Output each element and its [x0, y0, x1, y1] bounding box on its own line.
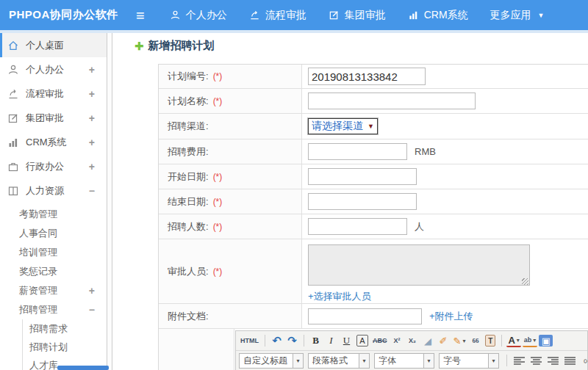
expand-plus-icon[interactable]: +	[89, 137, 95, 148]
user-icon	[7, 64, 19, 76]
sidebar-scrollbar[interactable]	[107, 33, 112, 370]
strikethrough-button[interactable]: ABC	[371, 333, 389, 349]
dropdown-arrow-icon: ▾	[462, 338, 465, 344]
underline-button[interactable]: U	[340, 333, 354, 349]
sidebar-item-group-approval[interactable]: 集团审批 +	[0, 106, 107, 130]
expand-plus-icon[interactable]: +	[89, 64, 95, 76]
sidebar-item-recruit-mgmt[interactable]: 招聘管理 −	[0, 300, 107, 319]
align-justify-button[interactable]	[562, 353, 578, 369]
select-label: 段落格式	[309, 355, 359, 367]
sidebar-item-recruit-plan[interactable]: 招聘计划	[23, 338, 107, 356]
eraser-button[interactable]: ◢	[421, 333, 435, 349]
required-mark: (*)	[213, 71, 223, 81]
collapse-minus-icon[interactable]: −	[89, 304, 95, 316]
sidebar-item-hr-contract[interactable]: 人事合同	[0, 224, 107, 243]
highlight-button[interactable]: ab▾	[523, 335, 538, 347]
more-format-button[interactable]: ▣	[539, 335, 553, 347]
hamburger-icon[interactable]: ≡	[136, 8, 145, 23]
align-left-button[interactable]	[512, 353, 527, 369]
sidebar-item-personal-office[interactable]: 个人办公 +	[0, 57, 107, 81]
align-center-button[interactable]	[528, 353, 544, 369]
form-row-channel: 招聘渠道: 请选择渠道 ▼	[159, 114, 588, 139]
blockquote-button[interactable]: 66	[468, 333, 482, 349]
plan-number-input[interactable]	[308, 68, 426, 85]
subscript-button[interactable]: X₂	[406, 333, 420, 349]
sidebar-item-crm[interactable]: CRM系统 +	[0, 130, 107, 154]
app-brand: PHPOA协同办公软件	[0, 8, 136, 22]
toolbar-separator	[506, 355, 507, 366]
paragraph-format-select[interactable]: 段落格式▾	[308, 353, 370, 369]
expand-plus-icon[interactable]: +	[89, 112, 95, 124]
dropdown-arrow-icon: ▾	[423, 354, 434, 368]
font-family-select[interactable]: 字体▾	[374, 353, 434, 369]
dropdown-arrow-icon: ▾	[533, 337, 536, 344]
bold-button[interactable]: B	[309, 333, 323, 349]
field-label: 招聘人数:(*)	[159, 214, 302, 239]
sidebar-item-admin-office[interactable]: 行政办公 +	[0, 154, 107, 178]
resize-handle-icon[interactable]	[522, 278, 528, 285]
expand-plus-icon[interactable]: +	[89, 161, 95, 173]
font-color-button[interactable]: A▾	[506, 335, 520, 347]
undo-button[interactable]: ↶	[270, 333, 284, 349]
collapse-minus-icon[interactable]: −	[89, 185, 95, 197]
sidebar: 个人桌面 个人办公 + 流程审批 + 集团审批 + CRM系统 + 行政办公 +	[0, 33, 107, 370]
menu-more-apps[interactable]: 更多应用 ▼	[490, 9, 545, 22]
sidebar-item-workflow-approval[interactable]: 流程审批 +	[0, 81, 107, 106]
menu-crm-system[interactable]: CRM系统	[408, 9, 468, 22]
select-label: 自定义标题	[240, 355, 293, 367]
custom-title-select[interactable]: 自定义标题▾	[239, 353, 304, 369]
color-palette-button[interactable]: ✎▾	[452, 333, 467, 349]
expand-plus-icon[interactable]: +	[89, 285, 95, 297]
field-label: 审批人员:(*)	[159, 239, 302, 303]
attachment-input[interactable]	[308, 308, 422, 324]
required-mark: (*)	[213, 96, 223, 106]
html-source-button[interactable]: HTML	[239, 333, 260, 349]
choose-approver-link[interactable]: +选择审批人员	[308, 290, 371, 303]
field-label: 附件文档:	[159, 304, 302, 328]
font-size-select[interactable]: 字号▾	[439, 353, 499, 369]
sidebar-item-recruit-demand[interactable]: 招聘需求	[23, 319, 107, 338]
approver-textarea[interactable]	[308, 244, 530, 286]
sidebar-item-reward-punishment[interactable]: 奖惩记录	[0, 262, 107, 281]
dropdown-arrow-icon: ▾	[293, 354, 303, 368]
headcount-input[interactable]	[308, 218, 407, 235]
field-label: 招聘渠道:	[159, 114, 302, 139]
channel-select[interactable]: 请选择渠道 ▼	[308, 118, 378, 134]
form-row-editor: HTML↶↷BIUAABCX²X₂◢✐✎▾66TA▾ab▾▣ 自定义标题▾段落格…	[159, 329, 588, 370]
redo-button[interactable]: ↷	[285, 333, 299, 349]
format-brush-button[interactable]: ✐	[437, 333, 451, 349]
italic-button[interactable]: I	[324, 333, 338, 349]
expand-plus-icon[interactable]: +	[89, 88, 95, 100]
menu-workflow-approval[interactable]: 流程审批	[249, 9, 306, 22]
plan-name-input[interactable]	[308, 92, 476, 109]
toolbar-separator	[501, 335, 502, 347]
start-date-input[interactable]	[308, 168, 417, 185]
paste-button[interactable]: T	[485, 335, 495, 347]
rich-text-editor: HTML↶↷BIUAABCX²X₂◢✐✎▾66TA▾ab▾▣ 自定义标题▾段落格…	[235, 330, 588, 370]
briefcase-icon	[7, 161, 19, 173]
cost-input[interactable]	[308, 143, 407, 160]
headcount-suffix: 人	[415, 220, 424, 233]
end-date-input[interactable]	[308, 193, 417, 210]
recruit-submenu: 招聘需求 招聘计划 人才库	[22, 319, 107, 370]
sidebar-item-hr[interactable]: 人力资源 −	[0, 178, 107, 203]
superscript-button[interactable]: X²	[390, 333, 404, 349]
sidebar-item-salary[interactable]: 薪资管理 +	[0, 281, 107, 300]
align-justify-icon	[564, 357, 576, 365]
bar-chart-icon	[7, 137, 19, 148]
sidebar-item-attendance[interactable]: 考勤管理	[0, 205, 107, 224]
menu-personal-office[interactable]: 个人办公	[170, 9, 227, 22]
sidebar-item-desktop[interactable]: 个人桌面	[0, 33, 107, 57]
link-button[interactable]: ∞	[579, 353, 587, 369]
form-row-plan-number: 计划编号:(*)	[159, 65, 588, 89]
align-right-button[interactable]	[545, 353, 561, 369]
menu-group-approval[interactable]: 集团审批	[329, 9, 386, 22]
edit-icon	[7, 112, 19, 124]
select-label: 字体	[375, 355, 423, 367]
font-box-button[interactable]: A	[356, 335, 368, 347]
align-right-icon	[548, 357, 559, 365]
field-label: 招聘费用:	[159, 139, 302, 164]
required-mark: (*)	[213, 266, 223, 277]
attachment-upload-link[interactable]: +附件上传	[429, 310, 473, 323]
sidebar-item-training[interactable]: 培训管理	[0, 243, 107, 262]
